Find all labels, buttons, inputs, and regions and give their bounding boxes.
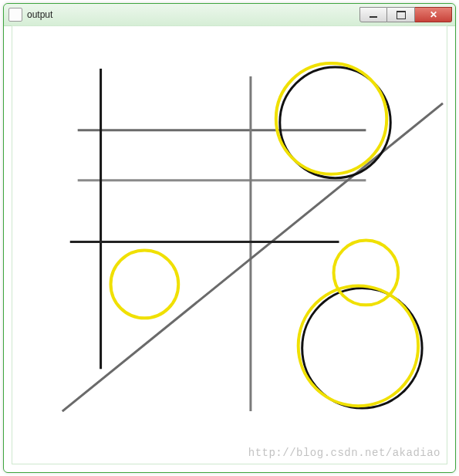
maximize-icon <box>397 11 406 19</box>
window-title: output <box>27 9 359 20</box>
client-area: http://blog.csdn.net/akadiao <box>12 25 447 464</box>
app-icon <box>8 8 22 22</box>
minimize-icon <box>370 16 377 18</box>
detected-line <box>62 103 443 411</box>
application-window: output ✕ http://blog.csdn.net/akadiao <box>3 3 456 473</box>
detected-circle <box>111 250 179 318</box>
detected-circle <box>276 63 386 174</box>
output-canvas <box>12 26 447 464</box>
close-icon: ✕ <box>430 9 437 20</box>
close-button[interactable]: ✕ <box>415 7 452 22</box>
window-controls: ✕ <box>359 7 452 22</box>
minimize-button[interactable] <box>359 7 387 22</box>
titlebar[interactable]: output ✕ <box>4 4 455 26</box>
maximize-button[interactable] <box>387 7 415 22</box>
